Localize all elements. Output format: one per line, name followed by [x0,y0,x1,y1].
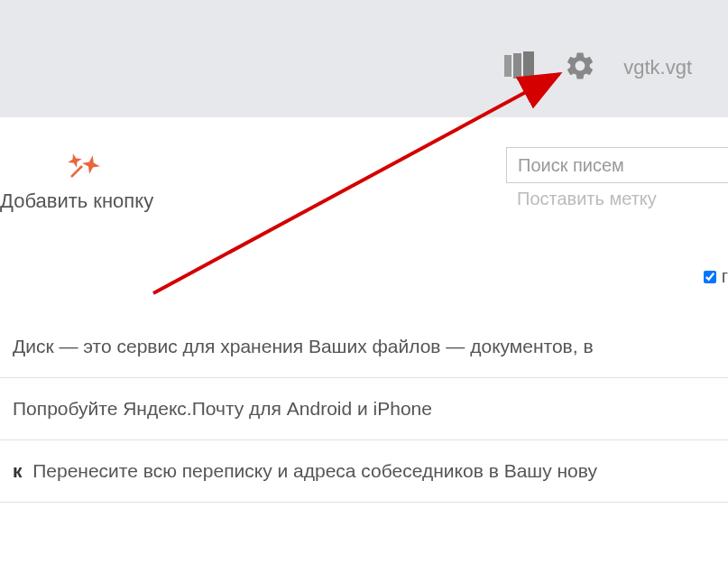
gear-icon[interactable] [564,50,596,86]
stack-icon[interactable] [504,51,537,84]
sparkle-icon [68,152,104,190]
list-item[interactable]: Попробуйте Яндекс.Почту для Android и iP… [0,378,728,440]
search-input[interactable] [506,147,728,183]
svg-rect-1 [513,53,521,79]
group-checkbox[interactable] [704,271,716,283]
svg-line-3 [71,166,82,177]
header-bar: vgtk.vgt [0,0,728,117]
group-checkbox-label: г [722,266,728,287]
tag-label[interactable]: Поставить метку [506,183,728,209]
username-label[interactable]: vgtk.vgt [623,56,692,79]
list-item[interactable]: Диск — это сервис для хранения Ваших фай… [0,316,728,378]
svg-rect-0 [504,55,511,77]
svg-rect-2 [523,51,534,80]
add-button-label[interactable]: Добавить кнопку [0,190,153,213]
list-item[interactable]: к Перенесите всю переписку и адреса собе… [0,440,728,503]
mail-list: Диск — это сервис для хранения Ваших фай… [0,316,728,503]
